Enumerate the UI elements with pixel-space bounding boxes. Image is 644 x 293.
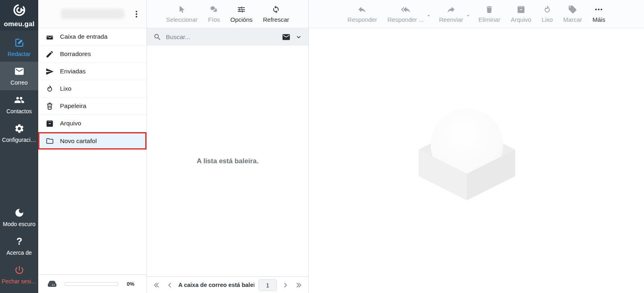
toolbar-button-seleccionar[interactable]: Seleccionar [162,3,202,25]
compose-icon [14,37,25,48]
brand-logo[interactable]: omeu.gal [0,0,38,31]
toolbar-button-opcions[interactable]: Opcións [226,3,256,25]
brand-name: omeu.gal [4,20,34,28]
moon-icon [14,208,25,218]
folder-item-caixa-de-entrada[interactable]: Caixa de entrada [38,28,147,46]
send-icon [45,67,54,76]
chevron-left-icon [166,281,173,289]
toolbar-group-eliminar: Eliminar [475,3,504,25]
trash-filled-icon [485,5,494,14]
quota-footer: 0% [38,274,147,293]
toolbar-group-reenviar: Reenviar [435,3,472,25]
options-icon [237,5,246,14]
caret-down-icon [465,12,471,19]
folder-item-enviadas[interactable]: Enviadas [38,63,147,80]
reply-icon [357,5,367,14]
power-icon [14,265,25,275]
toolbar-button-lixo[interactable]: Lixo [538,3,557,25]
toolbar-dropdown-responder[interactable] [425,12,432,19]
sidebar-item-modo-escuro[interactable]: Modo escuro [0,203,38,232]
storage-disk-icon [47,278,58,289]
toolbar-button-marcar[interactable]: Marcar [559,3,586,25]
toolbar-button-arquivo[interactable]: Arquivo [507,3,535,25]
toolbar-group-opcions: Opcións [226,3,256,25]
message-view-empty-area [309,28,644,293]
toolbar-button-reenviar[interactable]: Reenviar [435,3,467,25]
toolbar-button-fios[interactable]: Fíos [204,3,224,25]
forward-icon [446,5,456,14]
flame-icon [543,5,552,14]
toolbar-button-mais[interactable]: Máis [588,3,609,25]
toolbar-button-responder[interactable]: Responder [343,3,381,25]
search-icon [153,33,161,41]
empty-list-text: A lista está baleira. [197,157,258,165]
folder-item-borradores[interactable]: Borradores [38,46,147,63]
folder-item-lixo[interactable]: Lixo [38,80,147,98]
sidebar-item-contactos[interactable]: Contactos [0,90,38,119]
search-input[interactable] [166,33,277,41]
caret-down-icon [425,12,432,19]
first-page-button[interactable] [152,281,161,290]
chevron-right-icon [282,281,289,289]
more-icon [594,5,603,14]
sidebar-item-configuraci[interactable]: Configuraci… [0,119,38,148]
quota-percent: 0% [127,281,134,287]
sidebar-item-correo[interactable]: Correo [0,62,38,90]
folder-list: Caixa de entradaBorradoresEnviadasLixoPa… [38,28,147,274]
folders-header [38,0,147,28]
kebab-menu-icon [132,10,141,19]
svg-text:?: ? [16,236,22,247]
last-page-button[interactable] [294,281,303,290]
folder-list-menu-button[interactable] [130,8,142,20]
empty-mailbox-illustration [417,104,517,209]
sidebar-bottom-nav: Modo escuro?Acerca dePechar sesi… [0,203,38,289]
threads-icon [209,5,219,14]
search-bar [147,28,308,46]
folders-panel: Caixa de entradaBorradoresEnviadasLixoPa… [38,0,147,293]
toolbar-group-seleccionar: Seleccionar [162,3,202,25]
reply-all-icon [401,5,410,14]
help-icon: ? [14,236,25,247]
toolbar-group-responder: Responder ... [384,3,433,25]
folder-item-papeleira[interactable]: Papeleira [38,98,147,115]
toolbar-button-refrescar[interactable]: Refrescar [259,3,293,25]
folder-icon [45,137,54,145]
webmail-app: omeu.gal RedactarCorreoContactosConfigur… [0,0,644,293]
toolbar-group-refrescar: Refrescar [259,3,293,25]
toolbar-dropdown-reenviar[interactable] [465,12,471,19]
redacted-account-name [61,9,124,19]
refresh-icon [271,5,281,14]
folder-item-arquivo[interactable]: Arquivo [38,115,147,132]
sidebar-item-redactar[interactable]: Redactar [0,33,38,62]
inbox-icon [45,33,54,41]
sidebar: omeu.gal RedactarCorreoContactosConfigur… [0,0,38,293]
prev-page-button[interactable] [165,281,174,290]
toolbar-group-arquivo: Arquivo [507,3,535,25]
archive-icon [45,119,54,128]
people-icon [14,95,25,105]
mailbox-status-text: A caixa de correo está baleira [178,282,254,288]
archive-icon [516,5,526,14]
gear-icon [14,123,25,134]
toolbar-button-responder[interactable]: Responder ... [384,3,428,25]
toolbar-group-lixo: Lixo [538,3,557,25]
next-page-button[interactable] [281,281,290,290]
message-view-panel: ResponderResponder ...ReenviarEliminarAr… [309,0,644,293]
cursor-icon [177,5,186,14]
toolbar-group-responder: Responder [343,3,381,25]
toolbar-button-eliminar[interactable]: Eliminar [475,3,504,25]
sidebar-spacer [0,148,38,203]
mail-toolbar: ResponderResponder ...ReenviarEliminarAr… [309,0,644,28]
sidebar-item-acerca-de[interactable]: ?Acerca de [0,232,38,260]
folder-item-novo-cartafol[interactable]: Novo cartafol [38,132,147,150]
toolbar-group-mais: Máis [588,3,609,25]
toolbar-group-fios: Fíos [204,3,224,25]
chevrons-right-icon [295,281,303,289]
page-number-input[interactable] [258,279,277,291]
search-scope-button[interactable] [281,33,303,42]
sidebar-item-pechar-sesi[interactable]: Pechar sesi… [0,260,38,289]
envelope-icon [282,33,291,42]
message-list-panel: SeleccionarFíosOpciónsRefrescar A lista … [147,0,309,293]
chevrons-left-icon [153,281,160,289]
trash-icon [45,102,54,110]
